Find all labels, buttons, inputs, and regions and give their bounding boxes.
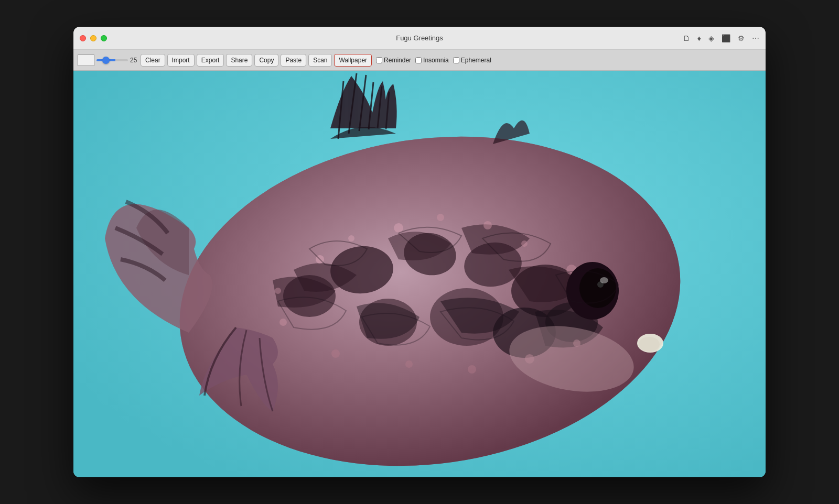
svg-point-26 [275,288,281,294]
window-title: Fugu Greetings [396,34,443,42]
svg-point-30 [600,277,608,283]
person-badge-icon[interactable]: ◈ [708,34,714,42]
gear-icon[interactable]: ⚙ [738,34,745,42]
clear-button[interactable]: Clear [141,54,165,67]
app-window: Fugu Greetings 🗋 ♦ ◈ ⬛ ⚙ ⋯ 25 Clear Impo… [73,27,766,477]
fish-scene [73,71,766,477]
checkbox-group: Reminder Insomnia Ephemeral [376,57,491,64]
reminder-checkbox-item[interactable]: Reminder [376,57,411,64]
share-icon[interactable]: ⬛ [722,34,730,42]
insomnia-checkbox[interactable] [415,57,422,63]
titlebar: Fugu Greetings 🗋 ♦ ◈ ⬛ ⚙ ⋯ [73,27,766,50]
canvas-area[interactable] [73,71,766,477]
toolbar: 25 Clear Import Export Share Copy Paste … [73,50,766,71]
share-button[interactable]: Share [226,54,252,67]
brush-size-control: 25 [96,57,138,64]
reminder-checkbox[interactable] [376,57,382,63]
person-icon[interactable]: ♦ [697,34,701,42]
copy-button[interactable]: Copy [254,54,278,67]
reminder-label: Reminder [384,57,411,64]
wallpaper-button[interactable]: Wallpaper [334,54,372,67]
close-button[interactable] [80,35,86,41]
scan-button[interactable]: Scan [308,54,332,67]
ephemeral-label: Ephemeral [461,57,491,64]
svg-point-32 [639,337,660,352]
new-document-icon[interactable]: 🗋 [683,34,690,42]
svg-point-22 [468,365,476,374]
titlebar-icon-group: 🗋 ♦ ◈ ⬛ ⚙ ⋯ [683,34,759,42]
svg-point-25 [279,319,287,326]
traffic-lights [80,35,107,41]
svg-point-23 [405,360,413,368]
ephemeral-checkbox[interactable] [453,57,459,63]
fish-svg [73,71,766,477]
svg-point-17 [521,240,528,247]
brush-size-value: 25 [130,57,138,64]
svg-point-13 [348,235,354,242]
insomnia-label: Insomnia [423,57,449,64]
insomnia-checkbox-item[interactable]: Insomnia [415,57,449,64]
maximize-button[interactable] [101,35,107,41]
brush-size-slider[interactable] [96,59,128,61]
svg-point-16 [483,221,492,229]
paste-button[interactable]: Paste [281,54,306,67]
ephemeral-checkbox-item[interactable]: Ephemeral [453,57,491,64]
svg-point-14 [394,223,403,233]
svg-point-24 [331,349,340,358]
import-button[interactable]: Import [167,54,195,67]
svg-point-15 [437,214,444,221]
ellipsis-icon[interactable]: ⋯ [752,34,759,42]
export-button[interactable]: Export [197,54,224,67]
minimize-button[interactable] [90,35,96,41]
color-swatch[interactable] [78,54,94,66]
